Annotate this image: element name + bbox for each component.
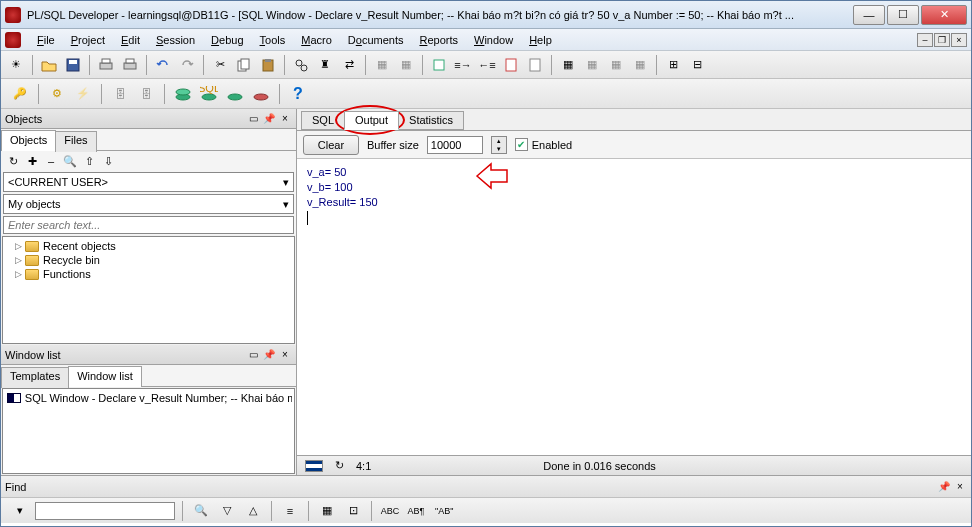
grid3-icon[interactable]: ▦: [605, 54, 627, 76]
new-icon[interactable]: ☀: [5, 54, 27, 76]
winlist-item[interactable]: SQL Window - Declare v_Result Number; --…: [5, 391, 292, 405]
find-icon[interactable]: [290, 54, 312, 76]
lightning-icon[interactable]: ⚡: [72, 83, 94, 105]
tab-templates[interactable]: Templates: [1, 367, 69, 388]
find-list-icon[interactable]: ≡: [279, 500, 301, 522]
print-setup-icon[interactable]: [119, 54, 141, 76]
undo-icon[interactable]: [152, 54, 174, 76]
close-button[interactable]: ✕: [921, 5, 967, 25]
tool2-icon[interactable]: ▦: [395, 54, 417, 76]
grid-icon[interactable]: ▦: [557, 54, 579, 76]
cut-icon[interactable]: ✂: [209, 54, 231, 76]
menu-reports[interactable]: Reports: [411, 32, 466, 48]
enabled-checkbox[interactable]: ✔ Enabled: [515, 138, 572, 151]
maximize-button[interactable]: ☐: [887, 5, 919, 25]
mdi-restore[interactable]: ❐: [934, 33, 950, 47]
print-icon[interactable]: [95, 54, 117, 76]
menu-window[interactable]: Window: [466, 32, 521, 48]
indent-icon[interactable]: ≡→: [452, 54, 474, 76]
find-input[interactable]: [35, 502, 175, 520]
window2-icon[interactable]: ⊟: [686, 54, 708, 76]
grid2-icon[interactable]: ▦: [581, 54, 603, 76]
outdent-icon[interactable]: ←≡: [476, 54, 498, 76]
grid4-icon[interactable]: ▦: [629, 54, 651, 76]
open-icon[interactable]: [38, 54, 60, 76]
find-up-icon[interactable]: △: [242, 500, 264, 522]
object-tree[interactable]: ▷Recent objects ▷Recycle bin ▷Functions: [2, 236, 295, 344]
find-abc2-icon[interactable]: AB¶: [405, 500, 427, 522]
buffer-size-input[interactable]: [427, 136, 483, 154]
find-ab-icon[interactable]: "AB": [431, 500, 457, 522]
panel-close-icon[interactable]: ×: [278, 112, 292, 126]
panel-pin-icon[interactable]: 📌: [262, 112, 276, 126]
bookmark2-icon[interactable]: [524, 54, 546, 76]
db4-icon[interactable]: [250, 83, 272, 105]
find-down-icon[interactable]: ▽: [216, 500, 238, 522]
find-bino-icon[interactable]: 🔍: [190, 500, 212, 522]
main-area: Objects ▭ 📌 × Objects Files ↻ ✚ – 🔍 ⇧ ⇩ …: [1, 109, 971, 475]
up-icon[interactable]: ⇧: [81, 153, 97, 169]
menu-session[interactable]: Session: [148, 32, 203, 48]
tab-output[interactable]: Output: [344, 111, 399, 130]
help-icon[interactable]: ?: [287, 83, 309, 105]
key-icon[interactable]: 🔑: [9, 83, 31, 105]
find-opt-icon[interactable]: ⊡: [342, 500, 364, 522]
search-icon[interactable]: 🔍: [62, 153, 78, 169]
bookmark-icon[interactable]: [500, 54, 522, 76]
redo-icon[interactable]: [176, 54, 198, 76]
commit-icon[interactable]: [172, 83, 194, 105]
buffer-spinner[interactable]: ▲▼: [491, 136, 507, 154]
panel-close-icon[interactable]: ×: [278, 348, 292, 362]
tree-item-functions[interactable]: ▷Functions: [5, 267, 292, 281]
find-abc-icon[interactable]: ABC: [379, 500, 401, 522]
clear-button[interactable]: Clear: [303, 135, 359, 155]
save-icon[interactable]: [62, 54, 84, 76]
menu-tools[interactable]: Tools: [252, 32, 294, 48]
mdi-close[interactable]: ×: [951, 33, 967, 47]
refresh-icon[interactable]: ↻: [5, 153, 21, 169]
menu-documents[interactable]: Documents: [340, 32, 412, 48]
paste-icon[interactable]: [257, 54, 279, 76]
menu-macro[interactable]: Macro: [293, 32, 340, 48]
panel-dock-icon[interactable]: ▭: [246, 348, 260, 362]
db3-icon[interactable]: [224, 83, 246, 105]
copy-icon[interactable]: [233, 54, 255, 76]
user-combo[interactable]: <CURRENT USER>: [3, 172, 294, 192]
mdi-minimize[interactable]: –: [917, 33, 933, 47]
myobjects-combo[interactable]: My objects: [3, 194, 294, 214]
tab-sql[interactable]: SQL: [301, 111, 345, 130]
filter-icon[interactable]: ⇩: [100, 153, 116, 169]
menu-debug[interactable]: Debug: [203, 32, 251, 48]
find-pin-icon[interactable]: 📌: [937, 480, 951, 494]
tab-winlist[interactable]: Window list: [68, 366, 142, 387]
menu-edit[interactable]: Edit: [113, 32, 148, 48]
menu-help[interactable]: Help: [521, 32, 560, 48]
findnext-icon[interactable]: ⇄: [338, 54, 360, 76]
gear-icon[interactable]: ⚙: [46, 83, 68, 105]
db2-icon[interactable]: 🗄: [135, 83, 157, 105]
find-close-icon[interactable]: ×: [953, 480, 967, 494]
remove-icon[interactable]: –: [43, 153, 59, 169]
menu-project[interactable]: Project: [63, 32, 113, 48]
replace-icon[interactable]: ♜: [314, 54, 336, 76]
window-icon[interactable]: ⊞: [662, 54, 684, 76]
tab-objects[interactable]: Objects: [1, 130, 56, 151]
db1-icon[interactable]: 🗄: [109, 83, 131, 105]
window-list[interactable]: SQL Window - Declare v_Result Number; --…: [2, 388, 295, 474]
tab-statistics[interactable]: Statistics: [398, 111, 464, 130]
tree-item-recent[interactable]: ▷Recent objects: [5, 239, 292, 253]
find-dd-icon[interactable]: ▾: [9, 500, 31, 522]
menu-file[interactable]: File: [29, 32, 63, 48]
tool1-icon[interactable]: ▦: [371, 54, 393, 76]
tree-item-recycle[interactable]: ▷Recycle bin: [5, 253, 292, 267]
minimize-button[interactable]: —: [853, 5, 885, 25]
tab-files[interactable]: Files: [55, 131, 96, 152]
add-icon[interactable]: ✚: [24, 153, 40, 169]
panel-pin-icon[interactable]: 📌: [262, 348, 276, 362]
output-area[interactable]: v_a= 50 v_b= 100 v_Result= 150: [297, 159, 971, 455]
rollback-icon[interactable]: SQL: [198, 83, 220, 105]
find-mark-icon[interactable]: ▦: [316, 500, 338, 522]
search-input[interactable]: [3, 216, 294, 234]
panel-dock-icon[interactable]: ▭: [246, 112, 260, 126]
explain-icon[interactable]: [428, 54, 450, 76]
